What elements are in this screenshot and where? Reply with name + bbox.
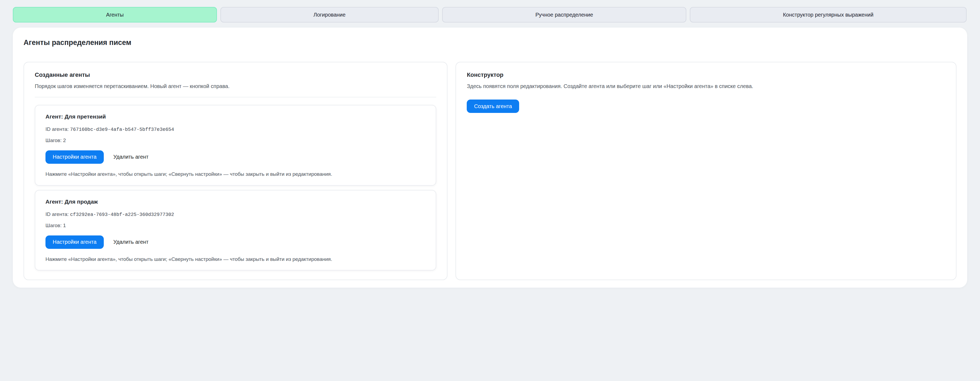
created-agents-subtitle: Порядок шагов изменяется перетаскиванием…: [35, 83, 436, 90]
agent-steps-row: Шагов: 1: [46, 222, 426, 229]
agent-title: Агент: Для продаж: [46, 199, 426, 205]
agent-hint: Нажмите «Настройки агента», чтобы открыт…: [46, 171, 426, 178]
tab-bar: Агенты Логирование Ручное распределение …: [0, 0, 980, 22]
agent-steps-value: 1: [63, 223, 66, 228]
created-agents-title: Созданные агенты: [35, 72, 436, 78]
agent-card-sales: Агент: Для продаж ID агента: cf3292ea-76…: [35, 190, 436, 271]
page: { "tabs": [ { "label": "Агенты", "active…: [0, 0, 980, 381]
agent-settings-button[interactable]: Настройки агента: [46, 150, 104, 164]
agent-actions: Настройки агента Удалить агент: [46, 150, 426, 164]
agent-id-label: ID агента:: [46, 126, 69, 132]
tab-logging[interactable]: Логирование: [220, 7, 439, 22]
agent-id-label: ID агента:: [46, 211, 69, 217]
tab-manual-distribution[interactable]: Ручное распределение: [442, 7, 686, 22]
main-container: Агенты распределения писем Созданные аге…: [13, 27, 967, 288]
agent-title: Агент: Для претензий: [46, 113, 426, 120]
constructor-placeholder-text: Здесь появятся поля редактирования. Созд…: [467, 83, 945, 90]
agent-id-row: ID агента: 767160bc-d3e9-4afa-b547-5bff3…: [46, 126, 426, 133]
divider: [35, 97, 436, 97]
create-agent-button[interactable]: Создать агента: [467, 99, 519, 113]
constructor-title: Конструктор: [467, 72, 945, 78]
agent-steps-row: Шагов: 2: [46, 137, 426, 144]
tab-agents[interactable]: Агенты: [13, 7, 217, 22]
agent-id-value: cf3292ea-7693-48bf-a225-360d32977302: [70, 212, 174, 217]
panels-row: Созданные агенты Порядок шагов изменяетс…: [24, 62, 956, 280]
agent-actions: Настройки агента Удалить агент: [46, 236, 426, 249]
tab-regex-builder[interactable]: Конструктор регулярных выражений: [690, 7, 967, 22]
agent-steps-label: Шагов:: [46, 223, 62, 228]
agent-card-claims: Агент: Для претензий ID агента: 767160bc…: [35, 105, 436, 186]
agent-settings-button[interactable]: Настройки агента: [46, 236, 104, 249]
agent-steps-label: Шагов:: [46, 137, 62, 143]
page-title: Агенты распределения писем: [24, 37, 956, 48]
agent-id-row: ID агента: cf3292ea-7693-48bf-a225-360d3…: [46, 211, 426, 218]
agent-delete-button[interactable]: Удалить агент: [113, 154, 148, 160]
agent-id-value: 767160bc-d3e9-4afa-b547-5bff37e3e654: [70, 127, 174, 132]
created-agents-panel: Созданные агенты Порядок шагов изменяетс…: [24, 62, 447, 280]
constructor-panel: Конструктор Здесь появятся поля редактир…: [455, 62, 956, 280]
agent-steps-value: 2: [63, 137, 66, 143]
agent-hint: Нажмите «Настройки агента», чтобы открыт…: [46, 256, 426, 263]
agent-delete-button[interactable]: Удалить агент: [113, 239, 148, 245]
